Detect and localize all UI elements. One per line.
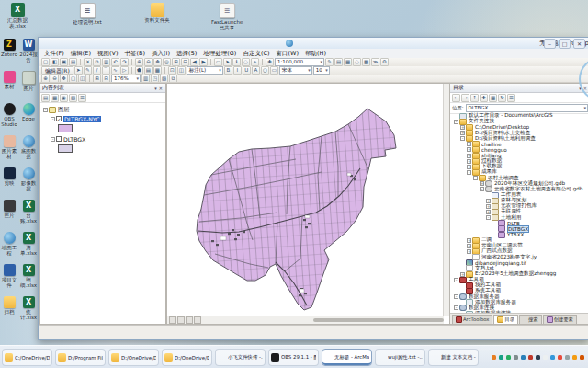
tray-icon[interactable] bbox=[572, 355, 577, 360]
connect-folder-icon[interactable]: ✚ bbox=[480, 94, 488, 102]
tray-icon[interactable] bbox=[514, 355, 518, 360]
toggle-draft-mode-icon[interactable]: ▥ bbox=[141, 75, 150, 83]
map-scale-combo[interactable]: 1:100,000 bbox=[275, 58, 324, 66]
layer-symbol-swatch[interactable] bbox=[58, 144, 73, 153]
panel-tab[interactable]: 搜索 bbox=[519, 315, 542, 324]
location-combo[interactable]: DLTBGX bbox=[466, 104, 588, 112]
select-elements-icon[interactable]: ➤ bbox=[223, 58, 232, 66]
go-back-icon[interactable]: ◀ bbox=[190, 58, 198, 66]
refresh-view-button[interactable] bbox=[186, 316, 193, 324]
layer-name[interactable]: DLTBGX-NYC bbox=[63, 116, 101, 122]
expander-icon[interactable]: + bbox=[467, 238, 471, 243]
desktop-icon[interactable]: 项目文件 bbox=[0, 264, 18, 296]
expander-icon[interactable]: + bbox=[467, 154, 471, 158]
map-data-frame[interactable] bbox=[166, 83, 450, 325]
pause-drawing-button[interactable] bbox=[194, 316, 201, 324]
list-by-source-icon[interactable]: ▦ bbox=[51, 94, 59, 102]
panel-tab[interactable]: ArcToolbox bbox=[452, 315, 492, 324]
layer-checkbox[interactable] bbox=[56, 136, 62, 142]
expander-icon[interactable]: - bbox=[486, 215, 491, 220]
desktop-icon[interactable]: Edge bbox=[19, 103, 38, 135]
fixed-zoom-in-icon[interactable]: ⊞ bbox=[93, 75, 101, 83]
straight-segment-icon[interactable]: ∕ bbox=[93, 66, 101, 75]
desktop-icon[interactable]: X 统计.xlsx bbox=[19, 296, 38, 328]
zoom-whole-page-icon[interactable]: ▢ bbox=[69, 75, 77, 83]
desktop-icon[interactable]: 照片 bbox=[0, 200, 18, 232]
attributes-icon[interactable]: ▤ bbox=[144, 66, 153, 75]
italic-icon[interactable]: I bbox=[233, 66, 242, 75]
desktop-icon[interactable]: ≡ 处理说明.txt bbox=[72, 3, 103, 30]
tray-icon[interactable] bbox=[543, 355, 548, 360]
desktop-icon[interactable]: 图片素材 bbox=[0, 135, 18, 167]
tray-icon[interactable] bbox=[565, 355, 570, 360]
trace-icon[interactable]: ∿ bbox=[111, 66, 119, 75]
expander-icon[interactable]: - bbox=[480, 187, 484, 191]
hscroll-thumb[interactable] bbox=[313, 318, 444, 322]
labeling-combo[interactable]: 标注(L) bbox=[187, 66, 223, 75]
desktop-icon[interactable]: 归档 bbox=[0, 296, 18, 328]
expander-icon[interactable]: - bbox=[51, 117, 55, 121]
go-forward-icon[interactable]: ▶ bbox=[199, 58, 208, 66]
expander-icon[interactable]: + bbox=[467, 159, 471, 164]
refresh-icon[interactable]: ↻ bbox=[498, 94, 506, 102]
up-one-level-icon[interactable]: ↑ bbox=[470, 94, 479, 102]
tray-icon[interactable] bbox=[528, 355, 533, 360]
expander-icon[interactable]: - bbox=[460, 136, 465, 141]
desktop-icon[interactable]: 素材 bbox=[0, 71, 18, 103]
panel-tab[interactable]: 目录 bbox=[493, 315, 518, 324]
go-to-xy-icon[interactable]: ⌖ bbox=[251, 58, 259, 66]
expander-icon[interactable]: - bbox=[454, 120, 458, 124]
map-canvas[interactable] bbox=[167, 84, 442, 316]
table-of-contents-icon[interactable]: ▤ bbox=[334, 58, 343, 66]
desktop-icon[interactable]: 影像数据 bbox=[19, 167, 38, 200]
edit-annotation-icon[interactable]: ✎ bbox=[84, 66, 92, 75]
close-panel-icon[interactable]: ✕ bbox=[159, 86, 163, 91]
desktop-icon[interactable]: 剪映 bbox=[0, 167, 18, 200]
pan-icon[interactable]: ✥ bbox=[153, 58, 162, 66]
taskbar-item[interactable]: D:/OneDrive/De... bbox=[108, 349, 159, 366]
back-icon[interactable]: ← bbox=[452, 94, 460, 102]
desktop-icon[interactable]: 底图数据 bbox=[19, 135, 38, 167]
layout-zoom-in-icon[interactable]: ⊕ bbox=[41, 75, 50, 83]
forward-icon[interactable]: → bbox=[461, 94, 469, 102]
rectangle-tool-icon[interactable]: ▭ bbox=[270, 66, 278, 75]
expander-icon[interactable]: - bbox=[454, 278, 458, 282]
cut-icon[interactable]: ✕ bbox=[84, 58, 92, 66]
horizontal-scrollbar[interactable] bbox=[167, 316, 444, 324]
expander-icon[interactable]: + bbox=[486, 210, 491, 214]
desktop-icon[interactable]: OBS Studio bbox=[0, 103, 18, 135]
close-button[interactable]: ✕ bbox=[573, 39, 585, 49]
expander-icon[interactable]: + bbox=[460, 131, 465, 135]
maximize-button[interactable]: □ bbox=[559, 39, 571, 49]
find-icon[interactable]: ◌ bbox=[242, 58, 250, 66]
vertex-icon[interactable]: ▷ bbox=[120, 66, 129, 75]
catalog-window-icon[interactable]: ▦ bbox=[344, 58, 352, 66]
underline-icon[interactable]: U bbox=[243, 66, 251, 75]
desktop-icon[interactable]: X 台账.xlsx bbox=[19, 200, 38, 232]
layout-pan-icon[interactable]: ✥ bbox=[60, 75, 68, 83]
desktop-icon[interactable]: 图片 bbox=[19, 71, 38, 103]
layout-view-button[interactable] bbox=[177, 316, 185, 324]
tray-icon[interactable] bbox=[492, 355, 496, 360]
expander-icon[interactable]: + bbox=[480, 181, 484, 186]
options-icon[interactable]: ☰ bbox=[78, 94, 86, 102]
tray-icon[interactable] bbox=[558, 355, 562, 360]
redo-icon[interactable]: ↷ bbox=[120, 58, 129, 66]
zoom-percent-combo[interactable]: 176% bbox=[111, 75, 141, 83]
system-tray[interactable] bbox=[492, 355, 588, 360]
layer-checkbox[interactable]: ✓ bbox=[56, 116, 62, 121]
list-by-drawing-order-icon[interactable]: ▤ bbox=[41, 94, 50, 102]
taskbar-item[interactable]: 新建 文本文档 - 记... bbox=[428, 349, 479, 366]
taskbar-item[interactable]: D:/OneDrive/De... bbox=[162, 349, 212, 366]
desktop-icon[interactable]: X 清单.xlsx bbox=[19, 232, 38, 264]
layers-group-label[interactable]: 图层 bbox=[58, 106, 69, 114]
menu-item[interactable]: 地理处理(G) bbox=[200, 50, 239, 58]
layer-symbol-swatch[interactable] bbox=[58, 124, 73, 132]
identify-icon[interactable]: ℹ bbox=[232, 58, 241, 66]
desktop-icon[interactable]: 地图工程 bbox=[0, 232, 18, 264]
expander-icon[interactable]: - bbox=[51, 137, 55, 142]
zoom-out-icon[interactable]: ⊖ bbox=[144, 58, 153, 66]
paste-icon[interactable]: ▥ bbox=[102, 58, 110, 66]
desktop-icon[interactable]: W 2024报告 bbox=[19, 39, 38, 71]
taskbar-item[interactable]: C:/OneDrive/De... bbox=[2, 349, 52, 366]
